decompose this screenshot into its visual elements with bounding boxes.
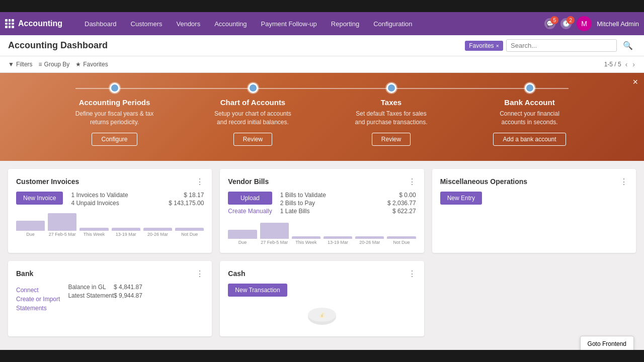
nav-customers[interactable]: Customers bbox=[124, 12, 170, 35]
nav-reporting[interactable]: Reporting bbox=[324, 12, 366, 35]
bank-balance-row-0: Balance in GL $ 4,841.87 bbox=[68, 284, 142, 291]
activity-count: 2 bbox=[567, 16, 575, 24]
topbar-right: 💬 5 🕐 2 M Mitchell Admin bbox=[544, 16, 639, 31]
nav-configuration[interactable]: Configuration bbox=[366, 12, 419, 35]
statement-value: $ 9,944.87 bbox=[114, 292, 142, 299]
wizard-step-0: Accounting Periods Define your fiscal ye… bbox=[45, 83, 184, 146]
vendor-bills-menu[interactable]: ⋮ bbox=[408, 177, 416, 187]
vbar-bar-5 bbox=[387, 236, 416, 239]
vbar-label-2: This Week bbox=[295, 240, 316, 245]
groupby-button[interactable]: ≡ Group By bbox=[39, 61, 70, 68]
goto-frontend-button[interactable]: Goto Frontend bbox=[580, 336, 634, 344]
pagination: 1-5 / 5 ‹ › bbox=[604, 59, 636, 69]
balance-value: $ 4,841.87 bbox=[114, 284, 142, 291]
customer-invoices-header: Customer Invoices ⋮ bbox=[16, 177, 204, 187]
step-title-0: Accounting Periods bbox=[79, 98, 150, 107]
step-title-1: Chart of Accounts bbox=[220, 98, 285, 107]
cash-empty-state: 💰 bbox=[228, 307, 416, 328]
bar-label-1: 27 Feb-5 Mar bbox=[49, 232, 76, 237]
page-title: Accounting Dashboard bbox=[8, 40, 108, 51]
balance-label: Balance in GL bbox=[68, 284, 106, 291]
bank-balance: Balance in GL $ 4,841.87 Latest Statemen… bbox=[68, 284, 142, 312]
filter-tag-label: Favorites bbox=[469, 42, 494, 49]
cash-card: Cash ⋮ New Transaction 💰 bbox=[220, 261, 424, 336]
filter-tag-close[interactable]: × bbox=[496, 43, 499, 49]
next-page-button[interactable]: › bbox=[631, 59, 636, 69]
cash-menu[interactable]: ⋮ bbox=[408, 269, 416, 279]
bottom-cards-grid: Bank ⋮ Connect Create or Import Statemen… bbox=[0, 261, 644, 344]
bank-connect-link[interactable]: Connect bbox=[16, 287, 60, 294]
grid-icon bbox=[5, 19, 14, 28]
misc-actions: New Entry bbox=[440, 192, 628, 205]
step-btn-3[interactable]: Add a bank account bbox=[493, 133, 566, 146]
wizard-step-2: Taxes Set default Taxes for sales and pu… bbox=[322, 83, 460, 146]
bill-stat-label-1: 2 Bills to Pay bbox=[280, 200, 315, 207]
upload-button[interactable]: Upload bbox=[228, 192, 272, 205]
cash-title: Cash bbox=[228, 269, 245, 278]
favorites-filter-tag[interactable]: Favorites × bbox=[465, 41, 503, 51]
new-invoice-button[interactable]: New Invoice bbox=[16, 192, 63, 205]
step-btn-0[interactable]: Configure bbox=[92, 133, 137, 146]
vbar-bar-0 bbox=[228, 230, 257, 239]
subheader: Accounting Dashboard Favorites × 🔍 bbox=[0, 35, 644, 56]
wizard-close-button[interactable]: × bbox=[632, 77, 638, 87]
nav-vendors[interactable]: Vendors bbox=[169, 12, 207, 35]
bank-statements-link[interactable]: Statements bbox=[16, 305, 60, 312]
search-button[interactable]: 🔍 bbox=[620, 40, 636, 51]
bill-stat-1: 2 Bills to Pay $ 2,036.77 bbox=[280, 200, 416, 207]
nav-dashboard[interactable]: Dashboard bbox=[77, 12, 124, 35]
vendor-bills-chart: Due 27 Feb-5 Mar This Week 13-19 Mar 20-… bbox=[228, 220, 416, 245]
setup-wizard: × Accounting Periods Define your fiscal … bbox=[0, 73, 644, 161]
customer-invoices-menu[interactable]: ⋮ bbox=[196, 177, 204, 187]
misc-menu[interactable]: ⋮ bbox=[620, 177, 628, 187]
new-entry-button[interactable]: New Entry bbox=[440, 192, 482, 205]
vbar-4: 20-26 Mar bbox=[355, 236, 384, 245]
statement-label: Latest Statement bbox=[68, 292, 114, 299]
cash-empty-icon: 💰 bbox=[307, 307, 337, 327]
vbar-2: This Week bbox=[292, 236, 320, 245]
bank-menu[interactable]: ⋮ bbox=[196, 269, 204, 279]
bank-links: Connect Create or Import Statements bbox=[16, 287, 60, 312]
misc-operations-card: Miscellaneous Operations ⋮ New Entry bbox=[432, 169, 636, 253]
invoice-stat-label-0: 1 Invoices to Validate bbox=[71, 192, 128, 199]
cash-header: Cash ⋮ bbox=[228, 269, 416, 279]
invoice-stat-value-1: $ 143,175.00 bbox=[169, 200, 204, 207]
filterbar-left: ▼ Filters ≡ Group By ★ Favorites bbox=[8, 61, 108, 68]
filters-button[interactable]: ▼ Filters bbox=[8, 61, 33, 68]
step-desc-0: Define your fiscal years & tax returns p… bbox=[74, 110, 155, 127]
step-btn-2[interactable]: Review bbox=[372, 133, 411, 146]
favorites-button[interactable]: ★ Favorites bbox=[75, 61, 108, 68]
bank-create-import-link[interactable]: Create or Import bbox=[16, 296, 60, 303]
bank-card: Bank ⋮ Connect Create or Import Statemen… bbox=[8, 261, 212, 336]
nav-payment-followup[interactable]: Payment Follow-up bbox=[254, 12, 324, 35]
nav-accounting[interactable]: Accounting bbox=[207, 12, 254, 35]
vbar-label-0: Due bbox=[238, 240, 247, 245]
main-nav: Dashboard Customers Vendors Accounting P… bbox=[77, 12, 544, 35]
messages-icon-badge[interactable]: 💬 5 bbox=[544, 18, 555, 29]
create-manually-link[interactable]: Create Manually bbox=[228, 208, 272, 215]
bar-3 bbox=[112, 228, 140, 231]
bar-label-4: 20-26 Mar bbox=[147, 232, 168, 237]
avatar[interactable]: M bbox=[577, 16, 592, 31]
activity-icon-badge[interactable]: 🕐 2 bbox=[560, 18, 572, 29]
groupby-icon: ≡ bbox=[39, 61, 42, 68]
step-dot-0 bbox=[110, 83, 120, 93]
prev-page-button[interactable]: ‹ bbox=[624, 59, 629, 69]
search-input[interactable] bbox=[506, 39, 617, 52]
invoice-stat-1: 4 Unpaid Invoices $ 143,175.00 bbox=[71, 200, 204, 207]
bar-label-3: 13-19 Mar bbox=[116, 232, 136, 237]
step-title-3: Bank Account bbox=[504, 98, 554, 107]
new-transaction-button[interactable]: New Transaction bbox=[228, 284, 287, 297]
step-dot-3 bbox=[525, 83, 535, 93]
bar-group-5: Not Due bbox=[175, 228, 204, 237]
top-dark-bar bbox=[0, 0, 644, 12]
vbar-label-5: Not Due bbox=[393, 240, 410, 245]
bill-stat-2: 1 Late Bills $ 622.27 bbox=[280, 208, 416, 215]
invoice-stat-0: 1 Invoices to Validate $ 18.17 bbox=[71, 192, 204, 199]
vbar-label-3: 13-19 Mar bbox=[328, 240, 348, 245]
step-btn-1[interactable]: Review bbox=[233, 133, 272, 146]
bill-stat-value-0: $ 0.00 bbox=[399, 192, 416, 199]
app-logo[interactable]: Accounting bbox=[5, 19, 72, 28]
bar-5 bbox=[175, 228, 204, 231]
bar-group-1: 27 Feb-5 Mar bbox=[48, 213, 76, 237]
